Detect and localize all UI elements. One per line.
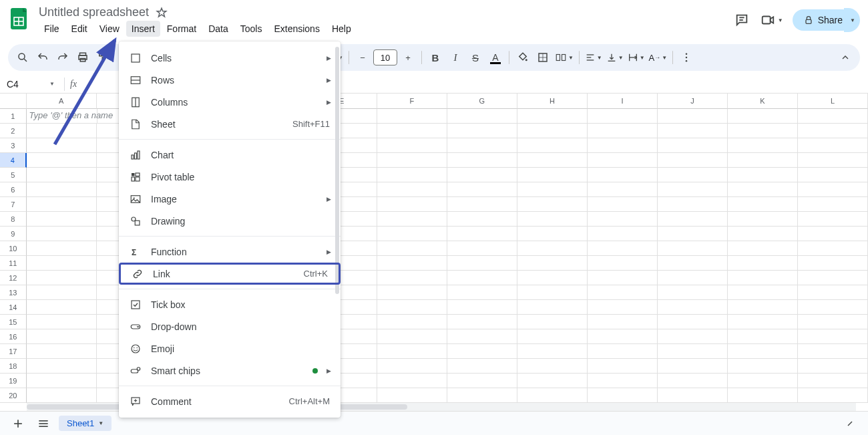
cell[interactable] [588,212,658,227]
cell[interactable] [728,374,798,388]
row-header[interactable]: 18 [0,359,27,374]
menu-extensions[interactable]: Extensions [268,21,324,37]
cell[interactable] [588,182,658,197]
cell[interactable] [798,182,868,197]
row-header[interactable]: 20 [0,388,27,403]
cell[interactable] [588,271,658,285]
cell[interactable] [447,300,517,315]
cell[interactable] [588,153,658,168]
cell[interactable] [658,256,728,271]
cell[interactable] [728,359,798,374]
cell[interactable] [377,329,447,344]
font-size-input[interactable]: 10 [373,49,397,65]
cell[interactable] [447,271,517,285]
add-sheet-button[interactable] [8,414,28,434]
cell[interactable] [658,315,728,329]
cell[interactable] [798,315,868,329]
cell[interactable] [27,182,97,197]
menu-item-tick-box[interactable]: Tick box [119,293,341,315]
cell[interactable] [588,285,658,300]
menu-item-function[interactable]: ΣFunction▶ [119,241,341,263]
row-header[interactable]: 6 [0,182,27,197]
menu-item-link[interactable]: LinkCtrl+K [119,263,341,285]
cell[interactable] [658,182,728,197]
row-header[interactable]: 10 [0,241,27,256]
cell[interactable] [798,197,868,212]
menu-item-smart-chips[interactable]: Smart chips▶ [119,359,341,382]
cell[interactable] [658,388,728,403]
cell[interactable] [377,138,447,153]
cell[interactable] [517,124,588,138]
redo-icon[interactable] [53,48,72,67]
name-box[interactable]: C4 ▼ [0,79,59,90]
menu-data[interactable]: Data [203,21,234,37]
cell[interactable] [588,374,658,388]
cell[interactable] [517,256,588,271]
cell[interactable] [447,256,517,271]
cell[interactable] [588,168,658,182]
cell[interactable] [447,285,517,300]
cell[interactable] [588,329,658,344]
cell[interactable] [588,359,658,374]
cell[interactable] [377,212,447,227]
cell[interactable] [658,344,728,359]
cell[interactable] [377,344,447,359]
all-sheets-button[interactable] [33,414,53,434]
cell[interactable] [517,329,588,344]
cell[interactable] [728,109,798,124]
cell[interactable] [658,300,728,315]
cell[interactable] [798,168,868,182]
cell[interactable] [27,124,97,138]
menu-edit[interactable]: Edit [66,21,93,37]
font-size-increase[interactable]: + [399,48,417,67]
row-header[interactable]: 17 [0,344,27,359]
cell[interactable] [728,212,798,227]
column-header[interactable]: L [798,94,868,109]
strikethrough-icon[interactable]: S [466,48,485,67]
cell[interactable] [728,315,798,329]
cell[interactable] [658,227,728,241]
column-header[interactable]: G [447,94,517,109]
bold-icon[interactable]: B [426,48,445,67]
explore-button[interactable] [840,414,860,434]
cell[interactable] [588,124,658,138]
cell[interactable] [377,241,447,256]
row-header[interactable]: 4 [0,153,27,168]
cell[interactable] [728,182,798,197]
row-header[interactable]: 5 [0,168,27,182]
cell[interactable] [27,271,97,285]
cell[interactable] [377,182,447,197]
cell[interactable] [27,197,97,212]
cell[interactable] [798,124,868,138]
cell[interactable] [798,285,868,300]
column-header[interactable]: K [728,94,798,109]
cell[interactable] [728,300,798,315]
cell[interactable] [658,138,728,153]
cell[interactable] [517,241,588,256]
cell[interactable] [728,124,798,138]
cell[interactable] [588,300,658,315]
cell[interactable] [27,138,97,153]
row-header[interactable]: 2 [0,124,27,138]
menu-item-chart[interactable]: Chart [119,144,341,166]
cell[interactable] [377,285,447,300]
cell[interactable] [658,197,728,212]
menu-help[interactable]: Help [327,21,357,37]
cell[interactable] [517,153,588,168]
share-dropdown[interactable]: ▼ [844,8,860,32]
menu-item-drawing[interactable]: Drawing [119,210,341,232]
star-icon[interactable] [156,7,168,19]
cell[interactable] [517,197,588,212]
cell[interactable] [27,285,97,300]
cell[interactable] [377,153,447,168]
cell[interactable] [728,329,798,344]
cell[interactable] [447,138,517,153]
column-header[interactable]: A [27,94,97,109]
cell[interactable] [798,256,868,271]
cell[interactable] [798,138,868,153]
cell[interactable] [447,227,517,241]
cell[interactable] [27,212,97,227]
cell[interactable] [728,153,798,168]
fill-color-icon[interactable] [513,48,532,67]
cell[interactable] [798,271,868,285]
